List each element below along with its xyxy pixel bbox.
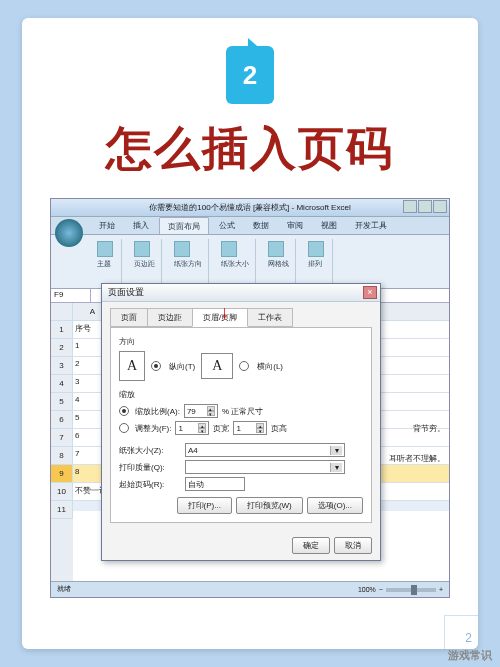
zoom-out-icon[interactable]: − xyxy=(379,586,383,593)
office-orb-icon[interactable] xyxy=(55,219,83,247)
ok-button[interactable]: 确定 xyxy=(292,537,330,554)
name-box[interactable]: F9 xyxy=(51,289,91,302)
excel-screenshot: 你需要知道的100个易懂成语 [兼容模式] - Microsoft Excel … xyxy=(50,198,450,598)
print-preview-button[interactable]: 打印预览(W) xyxy=(236,497,303,514)
window-titlebar: 你需要知道的100个易懂成语 [兼容模式] - Microsoft Excel xyxy=(51,199,449,217)
options-button[interactable]: 选项(O)... xyxy=(307,497,363,514)
chevron-down-icon: ▾ xyxy=(330,463,342,472)
margins-icon[interactable] xyxy=(134,241,150,257)
row-header[interactable]: 9 xyxy=(51,465,73,483)
dialog-titlebar: 页面设置 × xyxy=(102,284,380,302)
dialog-tab-sheet[interactable]: 工作表 xyxy=(247,308,293,327)
portrait-icon: A xyxy=(119,351,145,381)
zoom-value: 100% xyxy=(358,586,376,593)
scaling-label: 缩放 xyxy=(119,389,363,400)
row-header[interactable]: 4 xyxy=(51,375,73,393)
window-controls xyxy=(403,200,447,213)
visible-text: 耳听者不理解。 xyxy=(389,453,445,464)
fit-tall-input[interactable]: 1▴▾ xyxy=(233,421,267,435)
ribbon-tabs: 开始 插入 页面布局 公式 数据 审阅 视图 开发工具 xyxy=(51,217,449,235)
scale-input[interactable]: 79▴▾ xyxy=(184,404,218,418)
chevron-down-icon: ▾ xyxy=(330,446,342,455)
portrait-radio[interactable] xyxy=(151,361,161,371)
print-quality-combo[interactable]: ▾ xyxy=(185,460,345,474)
arrange-icon[interactable] xyxy=(308,241,324,257)
first-page-label: 起始页码(R): xyxy=(119,479,181,490)
status-text: 就绪 xyxy=(57,584,71,595)
row-header[interactable]: 1 xyxy=(51,321,73,339)
row-headers: 1 2 3 4 5 6 7 8 9 10 11 xyxy=(51,303,73,581)
orientation-label: 方向 xyxy=(119,336,363,347)
ribbon-tab-pagelayout[interactable]: 页面布局 xyxy=(159,217,209,234)
landscape-icon: A xyxy=(201,353,233,379)
fit-wide-input[interactable]: 1▴▾ xyxy=(175,421,209,435)
scaling-section: 缩放 缩放比例(A): 79▴▾ % 正常尺寸 调整为(F): 1▴▾ 页宽 1… xyxy=(119,389,363,435)
dialog-title: 页面设置 xyxy=(108,287,144,297)
dialog-tab-page[interactable]: 页面 xyxy=(110,308,148,327)
scale-suffix: % 正常尺寸 xyxy=(222,406,263,417)
tutorial-card: 2 怎么插入页码 你需要知道的100个易懂成语 [兼容模式] - Microso… xyxy=(22,18,478,649)
dialog-action-buttons: 打印(P)... 打印预览(W) 选项(O)... xyxy=(119,497,363,514)
step-number: 2 xyxy=(243,60,257,91)
first-page-input[interactable]: 自动 xyxy=(185,477,245,491)
themes-icon[interactable] xyxy=(97,241,113,257)
print-button[interactable]: 打印(P)... xyxy=(177,497,232,514)
minimize-button[interactable] xyxy=(403,200,417,213)
landscape-radio[interactable] xyxy=(239,361,249,371)
ribbon-tab-insert[interactable]: 插入 xyxy=(125,217,157,234)
scale-label: 缩放比例(A): xyxy=(135,406,180,417)
page-corner-number: 2 xyxy=(444,615,478,649)
first-page-row: 起始页码(R): 自动 xyxy=(119,477,363,491)
watermark: 游戏常识 xyxy=(448,648,492,663)
portrait-label: 纵向(T) xyxy=(169,361,195,372)
corner-cell[interactable] xyxy=(51,303,73,321)
main-title: 怎么插入页码 xyxy=(22,118,478,180)
dialog-close-button[interactable]: × xyxy=(363,286,377,299)
paper-size-label: 纸张大小(Z): xyxy=(119,445,181,456)
ribbon-tab-dev[interactable]: 开发工具 xyxy=(347,217,395,234)
cancel-button[interactable]: 取消 xyxy=(334,537,372,554)
zoom-slider[interactable] xyxy=(386,588,436,592)
row-header[interactable]: 8 xyxy=(51,447,73,465)
row-header[interactable]: 5 xyxy=(51,393,73,411)
row-header[interactable]: 7 xyxy=(51,429,73,447)
paper-size-combo[interactable]: A4▾ xyxy=(185,443,345,457)
row-header[interactable]: 10 xyxy=(51,483,73,501)
step-badge: 2 xyxy=(226,46,274,104)
red-arrow-annotation: ↓ xyxy=(220,302,229,323)
spin-down-icon[interactable]: ▾ xyxy=(207,411,215,416)
close-button[interactable] xyxy=(433,200,447,213)
orientation-icon[interactable] xyxy=(174,241,190,257)
ribbon-tab-home[interactable]: 开始 xyxy=(91,217,123,234)
zoom-in-icon[interactable]: + xyxy=(439,586,443,593)
ribbon-body: 主题 页边距 纸张方向 纸张大小 网格线 排列 xyxy=(51,235,449,289)
paper-size-row: 纸张大小(Z): A4▾ xyxy=(119,443,363,457)
dialog-footer: 确定 取消 xyxy=(102,531,380,560)
ribbon-tab-formulas[interactable]: 公式 xyxy=(211,217,243,234)
ribbon-group-margins: 页边距 xyxy=(128,239,162,284)
ribbon-tab-view[interactable]: 视图 xyxy=(313,217,345,234)
fit-radio[interactable] xyxy=(119,423,129,433)
scale-radio[interactable] xyxy=(119,406,129,416)
size-icon[interactable] xyxy=(221,241,237,257)
window-title: 你需要知道的100个易懂成语 [兼容模式] - Microsoft Excel xyxy=(149,203,350,212)
row-header[interactable]: 3 xyxy=(51,357,73,375)
row-header[interactable]: 11 xyxy=(51,501,73,519)
row-header[interactable]: 6 xyxy=(51,411,73,429)
ribbon-group-size: 纸张大小 xyxy=(215,239,256,284)
gridlines-icon[interactable] xyxy=(268,241,284,257)
maximize-button[interactable] xyxy=(418,200,432,213)
dialog-tab-margins[interactable]: 页边距 xyxy=(147,308,193,327)
ribbon-group-orientation: 纸张方向 xyxy=(168,239,209,284)
row-header[interactable]: 2 xyxy=(51,339,73,357)
fit-tall-suffix: 页高 xyxy=(271,423,287,434)
fit-label: 调整为(F): xyxy=(135,423,171,434)
ribbon-group-arrange: 排列 xyxy=(302,239,333,284)
orientation-section: 方向 A 纵向(T) A 横向(L) xyxy=(119,336,363,381)
ribbon-tab-data[interactable]: 数据 xyxy=(245,217,277,234)
dialog-body: 方向 A 纵向(T) A 横向(L) 缩放 缩放比例(A): xyxy=(110,327,372,523)
zoom-control[interactable]: 100% − + xyxy=(358,584,443,595)
ribbon-group-themes: 主题 xyxy=(91,239,122,284)
ribbon-tab-review[interactable]: 审阅 xyxy=(279,217,311,234)
status-bar: 就绪 100% − + xyxy=(51,581,449,597)
